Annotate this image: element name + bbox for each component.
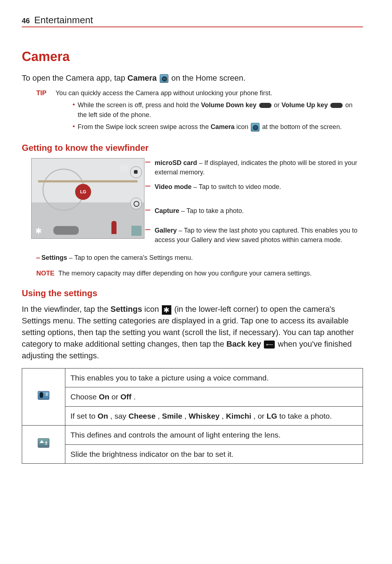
video-mode-button-icon: [130, 166, 142, 178]
using-settings-paragraph: In the viewfinder, tap the Settings icon…: [22, 303, 363, 361]
note-label: NOTE: [36, 270, 54, 277]
tip-lead: You can quickly access the Camera app wi…: [56, 88, 339, 98]
callout-video-mode: Video mode – Tap to switch to video mode…: [151, 182, 363, 192]
capture-button-icon: [130, 198, 142, 209]
intro-paragraph: To open the Camera app, tap Camera on th…: [22, 72, 363, 84]
callout-gallery: Gallery – Tap to view the last photo you…: [151, 226, 363, 245]
settings-row-voice-3: If set to On , say Cheese , Smile , Whis…: [22, 406, 363, 426]
back-key-icon: [264, 341, 275, 349]
voice-row-line2: Choose On or Off .: [65, 387, 363, 407]
page-number: 46: [22, 17, 30, 25]
settings-table: This enables you to take a picture using…: [22, 368, 363, 464]
settings-row-exposure-2: Slide the brightness indicator on the ba…: [22, 444, 363, 464]
settings-row-voice-2: Choose On or Off .: [22, 387, 363, 407]
viewfinder-preview: LG ✱: [31, 158, 144, 239]
note-text: The memory capacity may differ depending…: [58, 270, 312, 277]
chapter-title: Entertainment: [34, 15, 93, 26]
voice-row-line3: If set to On , say Cheese , Smile , Whis…: [65, 406, 363, 426]
exposure-icon-cell: [22, 426, 65, 464]
exposure-row-line2: Slide the brightness indicator on the ba…: [65, 444, 363, 464]
settings-gear-icon: ✱: [34, 227, 43, 236]
lg-logo-graphic: LG: [75, 184, 91, 200]
manual-page: 46 Entertainment Camera To open the Came…: [0, 0, 392, 486]
camera-app-icon: [160, 74, 168, 83]
camera-lock-icon: [251, 123, 260, 132]
tip-bullet-1: While the screen is off, press and hold …: [73, 100, 363, 120]
voice-shutter-icon: [38, 391, 49, 400]
person-graphic: [111, 221, 117, 234]
callout-microsd: microSD card – If displayed, indicates t…: [151, 158, 363, 177]
section-title: Camera: [22, 49, 363, 64]
using-settings-heading: Using the settings: [22, 288, 363, 298]
tip-block: TIP You can quickly access the Camera ap…: [36, 88, 363, 132]
gallery-thumbnail-icon: [131, 225, 142, 236]
intro-text-pre: To open the Camera app, tap: [22, 73, 127, 82]
callout-settings: Settings – Tap to open the camera's Sett…: [36, 254, 363, 262]
crowd-graphic: [53, 226, 79, 235]
voice-shutter-icon-cell: [22, 368, 65, 426]
exposure-row-line1: This defines and controls the amount of …: [65, 426, 363, 445]
intro-camera-word: Camera: [127, 73, 157, 82]
viewfinder-callouts: microSD card – If displayed, indicates t…: [151, 158, 363, 250]
viewfinder-heading: Getting to know the viewfinder: [22, 143, 363, 153]
volume-down-key-icon: [259, 103, 271, 108]
intro-text-post: on the Home screen.: [171, 73, 245, 82]
viewfinder-diagram: LG ✱ microSD card – If displayed, indica…: [31, 158, 363, 250]
settings-row-voice: This enables you to take a picture using…: [22, 368, 363, 387]
note-row: NOTE The memory capacity may differ depe…: [36, 270, 363, 277]
settings-icon: [162, 305, 171, 315]
tip-label: TIP: [36, 88, 54, 98]
page-header: 46 Entertainment: [22, 15, 363, 27]
microsd-indicator-icon: [120, 166, 127, 172]
callout-capture: Capture – Tap to take a photo.: [151, 206, 363, 215]
volume-up-key-icon: [330, 103, 343, 108]
voice-row-line1: This enables you to take a picture using…: [65, 368, 363, 387]
tip-bullet-2: From the Swipe lock screen swipe across …: [73, 122, 363, 132]
settings-row-exposure: This defines and controls the amount of …: [22, 426, 363, 445]
tip-bullets: While the screen is off, press and hold …: [58, 100, 363, 132]
exposure-icon: [38, 438, 49, 448]
